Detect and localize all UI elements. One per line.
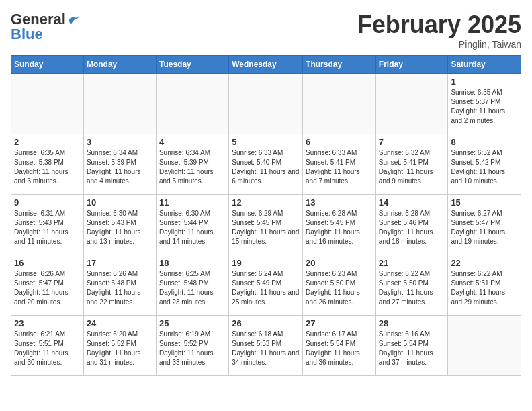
day-info: Sunrise: 6:27 AM Sunset: 5:47 PM Dayligh… <box>451 209 518 246</box>
day-info: Sunrise: 6:23 AM Sunset: 5:50 PM Dayligh… <box>306 269 373 307</box>
day-cell: 16Sunrise: 6:26 AM Sunset: 5:47 PM Dayli… <box>11 255 84 316</box>
day-cell <box>83 74 156 134</box>
day-info: Sunrise: 6:25 AM Sunset: 5:48 PM Dayligh… <box>159 269 226 307</box>
week-row-4: 16Sunrise: 6:26 AM Sunset: 5:47 PM Dayli… <box>11 255 521 316</box>
weekday-sunday: Sunday <box>11 56 84 74</box>
day-number: 2 <box>14 137 81 147</box>
day-cell: 19Sunrise: 6:24 AM Sunset: 5:49 PM Dayli… <box>229 255 303 316</box>
logo: General Blue <box>11 11 81 43</box>
day-number: 28 <box>379 318 445 328</box>
day-cell: 2Sunrise: 6:35 AM Sunset: 5:38 PM Daylig… <box>11 134 84 195</box>
day-info: Sunrise: 6:18 AM Sunset: 5:53 PM Dayligh… <box>232 330 300 367</box>
day-cell: 28Sunrise: 6:16 AM Sunset: 5:54 PM Dayli… <box>375 316 448 376</box>
day-cell: 24Sunrise: 6:20 AM Sunset: 5:52 PM Dayli… <box>83 316 156 376</box>
day-cell: 8Sunrise: 6:32 AM Sunset: 5:42 PM Daylig… <box>448 134 521 195</box>
logo-blue-text: Blue <box>11 26 43 43</box>
day-info: Sunrise: 6:31 AM Sunset: 5:43 PM Dayligh… <box>14 209 81 246</box>
day-cell <box>229 74 303 134</box>
day-number: 20 <box>306 258 373 268</box>
title-block: February 2025 Pinglin, Taiwan <box>357 11 521 50</box>
day-info: Sunrise: 6:28 AM Sunset: 5:45 PM Dayligh… <box>306 209 373 246</box>
day-number: 25 <box>159 318 226 328</box>
day-cell: 18Sunrise: 6:25 AM Sunset: 5:48 PM Dayli… <box>156 255 228 316</box>
day-number: 3 <box>87 137 153 147</box>
day-info: Sunrise: 6:33 AM Sunset: 5:40 PM Dayligh… <box>232 148 300 186</box>
day-cell: 5Sunrise: 6:33 AM Sunset: 5:40 PM Daylig… <box>229 134 303 195</box>
day-info: Sunrise: 6:28 AM Sunset: 5:46 PM Dayligh… <box>379 209 445 246</box>
week-row-3: 9Sunrise: 6:31 AM Sunset: 5:43 PM Daylig… <box>11 195 521 255</box>
day-number: 9 <box>14 197 81 208</box>
weekday-tuesday: Tuesday <box>156 56 228 74</box>
day-number: 8 <box>451 137 518 147</box>
day-info: Sunrise: 6:34 AM Sunset: 5:39 PM Dayligh… <box>87 148 153 186</box>
day-number: 21 <box>379 258 445 268</box>
day-cell: 25Sunrise: 6:19 AM Sunset: 5:52 PM Dayli… <box>156 316 228 376</box>
day-number: 18 <box>159 258 226 268</box>
day-cell <box>11 74 84 134</box>
day-number: 1 <box>451 77 518 87</box>
day-cell: 17Sunrise: 6:26 AM Sunset: 5:48 PM Dayli… <box>83 255 156 316</box>
day-number: 11 <box>159 197 226 208</box>
day-info: Sunrise: 6:30 AM Sunset: 5:44 PM Dayligh… <box>159 209 226 246</box>
day-number: 13 <box>306 197 373 208</box>
day-number: 10 <box>87 197 153 208</box>
day-info: Sunrise: 6:32 AM Sunset: 5:42 PM Dayligh… <box>451 148 518 186</box>
day-cell <box>156 74 228 134</box>
day-info: Sunrise: 6:19 AM Sunset: 5:52 PM Dayligh… <box>159 330 226 367</box>
day-number: 12 <box>232 197 300 208</box>
day-number: 26 <box>232 318 300 328</box>
day-info: Sunrise: 6:34 AM Sunset: 5:39 PM Dayligh… <box>159 148 226 186</box>
weekday-wednesday: Wednesday <box>229 56 303 74</box>
day-info: Sunrise: 6:33 AM Sunset: 5:41 PM Dayligh… <box>306 148 373 186</box>
day-cell: 10Sunrise: 6:30 AM Sunset: 5:43 PM Dayli… <box>83 195 156 255</box>
day-cell: 14Sunrise: 6:28 AM Sunset: 5:46 PM Dayli… <box>375 195 448 255</box>
day-cell: 9Sunrise: 6:31 AM Sunset: 5:43 PM Daylig… <box>11 195 84 255</box>
day-cell: 1Sunrise: 6:35 AM Sunset: 5:37 PM Daylig… <box>448 74 521 134</box>
day-number: 6 <box>306 137 373 147</box>
day-cell: 27Sunrise: 6:17 AM Sunset: 5:54 PM Dayli… <box>303 316 376 376</box>
day-cell: 11Sunrise: 6:30 AM Sunset: 5:44 PM Dayli… <box>156 195 228 255</box>
day-cell: 26Sunrise: 6:18 AM Sunset: 5:53 PM Dayli… <box>229 316 303 376</box>
day-number: 17 <box>87 258 153 268</box>
day-cell: 22Sunrise: 6:22 AM Sunset: 5:51 PM Dayli… <box>448 255 521 316</box>
day-number: 16 <box>14 258 81 268</box>
weekday-header-row: SundayMondayTuesdayWednesdayThursdayFrid… <box>11 56 521 74</box>
day-number: 15 <box>451 197 518 208</box>
day-cell: 6Sunrise: 6:33 AM Sunset: 5:41 PM Daylig… <box>303 134 376 195</box>
calendar-table: SundayMondayTuesdayWednesdayThursdayFrid… <box>11 55 521 376</box>
weekday-monday: Monday <box>83 56 156 74</box>
page-header: General Blue February 2025 Pinglin, Taiw… <box>11 11 521 50</box>
logo-bird-icon <box>67 15 81 26</box>
day-info: Sunrise: 6:20 AM Sunset: 5:52 PM Dayligh… <box>87 330 153 367</box>
day-number: 14 <box>379 197 445 208</box>
day-cell: 23Sunrise: 6:21 AM Sunset: 5:51 PM Dayli… <box>11 316 84 376</box>
day-cell <box>375 74 448 134</box>
weekday-friday: Friday <box>375 56 448 74</box>
day-info: Sunrise: 6:26 AM Sunset: 5:47 PM Dayligh… <box>14 269 81 307</box>
day-cell: 4Sunrise: 6:34 AM Sunset: 5:39 PM Daylig… <box>156 134 228 195</box>
day-number: 24 <box>87 318 153 328</box>
day-info: Sunrise: 6:35 AM Sunset: 5:37 PM Dayligh… <box>451 88 518 126</box>
weekday-thursday: Thursday <box>303 56 376 74</box>
calendar-body: 1Sunrise: 6:35 AM Sunset: 5:37 PM Daylig… <box>11 74 521 376</box>
day-info: Sunrise: 6:16 AM Sunset: 5:54 PM Dayligh… <box>379 330 445 367</box>
day-number: 5 <box>232 137 300 147</box>
week-row-2: 2Sunrise: 6:35 AM Sunset: 5:38 PM Daylig… <box>11 134 521 195</box>
week-row-5: 23Sunrise: 6:21 AM Sunset: 5:51 PM Dayli… <box>11 316 521 376</box>
day-info: Sunrise: 6:17 AM Sunset: 5:54 PM Dayligh… <box>306 330 373 367</box>
day-cell: 7Sunrise: 6:32 AM Sunset: 5:41 PM Daylig… <box>375 134 448 195</box>
day-cell: 15Sunrise: 6:27 AM Sunset: 5:47 PM Dayli… <box>448 195 521 255</box>
day-info: Sunrise: 6:22 AM Sunset: 5:51 PM Dayligh… <box>451 269 518 307</box>
day-cell: 21Sunrise: 6:22 AM Sunset: 5:50 PM Dayli… <box>375 255 448 316</box>
week-row-1: 1Sunrise: 6:35 AM Sunset: 5:37 PM Daylig… <box>11 74 521 134</box>
day-info: Sunrise: 6:24 AM Sunset: 5:49 PM Dayligh… <box>232 269 300 307</box>
day-cell: 12Sunrise: 6:29 AM Sunset: 5:45 PM Dayli… <box>229 195 303 255</box>
day-info: Sunrise: 6:21 AM Sunset: 5:51 PM Dayligh… <box>14 330 81 367</box>
day-number: 4 <box>159 137 226 147</box>
day-number: 7 <box>379 137 445 147</box>
day-info: Sunrise: 6:30 AM Sunset: 5:43 PM Dayligh… <box>87 209 153 246</box>
weekday-saturday: Saturday <box>448 56 521 74</box>
day-cell: 13Sunrise: 6:28 AM Sunset: 5:45 PM Dayli… <box>303 195 376 255</box>
day-info: Sunrise: 6:26 AM Sunset: 5:48 PM Dayligh… <box>87 269 153 307</box>
month-title: February 2025 <box>357 11 521 39</box>
